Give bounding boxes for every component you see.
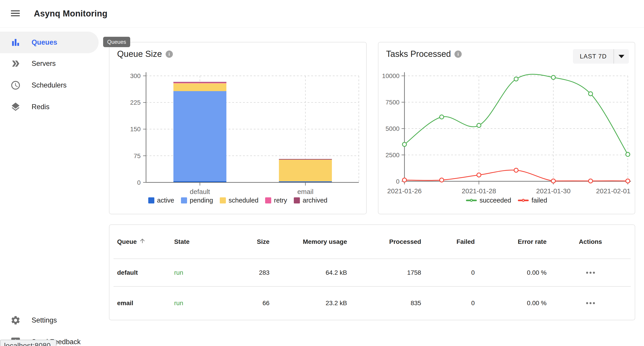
state-cell: run bbox=[170, 259, 244, 287]
queue-name-cell[interactable]: email bbox=[114, 287, 170, 319]
tasks-processed-card: Tasks Processed i LAST 7D 02500500075001… bbox=[378, 42, 635, 214]
size-header: Size bbox=[244, 225, 273, 259]
archived-swatch bbox=[294, 197, 300, 203]
bar-chart-icon bbox=[10, 37, 21, 48]
time-range-dropdown[interactable] bbox=[614, 55, 629, 58]
error-rate-header: Error rate bbox=[478, 225, 550, 259]
sidebar-item-settings[interactable]: Settings bbox=[0, 310, 98, 331]
svg-text:10000: 10000 bbox=[382, 72, 400, 79]
gear-icon bbox=[10, 315, 21, 326]
svg-text:0: 0 bbox=[137, 179, 141, 186]
pending-swatch bbox=[181, 197, 187, 203]
svg-text:email: email bbox=[298, 188, 314, 195]
svg-text:2021-01-30: 2021-01-30 bbox=[536, 187, 571, 195]
hamburger-menu-icon bbox=[10, 7, 21, 20]
svg-text:0: 0 bbox=[396, 178, 400, 185]
more-horiz-icon bbox=[586, 302, 596, 305]
queues-table: Queue State Size Memory usage Processed … bbox=[114, 225, 631, 319]
failed-swatch bbox=[518, 200, 529, 201]
row-actions-button[interactable] bbox=[584, 269, 597, 277]
sidebar-item-label: Servers bbox=[32, 59, 56, 68]
more-horiz-icon bbox=[586, 272, 596, 275]
retry-swatch bbox=[265, 197, 271, 203]
svg-text:225: 225 bbox=[130, 99, 140, 106]
error-rate-cell: 0.00 % bbox=[478, 287, 550, 319]
sidebar-item-label: Settings bbox=[32, 316, 57, 324]
info-icon[interactable]: i bbox=[166, 50, 173, 58]
sidebar-item-queues[interactable]: Queues bbox=[0, 31, 98, 53]
tasks-processed-chart: 0250050007500100002021-01-262021-01-2820… bbox=[378, 42, 635, 214]
sidebar-item-label: Schedulers bbox=[32, 81, 66, 89]
queue-size-card: Queue Size i 075150225300defaultemail ac… bbox=[109, 42, 367, 214]
state-header: State bbox=[170, 225, 244, 259]
tasks-processed-legend: succeeded failed bbox=[378, 195, 635, 206]
sidebar-item-label: Queues bbox=[32, 38, 57, 46]
svg-text:2021-01-26: 2021-01-26 bbox=[387, 187, 422, 195]
active-swatch bbox=[148, 197, 154, 203]
processed-cell: 1758 bbox=[351, 259, 425, 287]
failed-cell: 0 bbox=[425, 287, 478, 319]
failed-header: Failed bbox=[425, 225, 478, 259]
table-header-row: Queue State Size Memory usage Processed … bbox=[114, 225, 631, 259]
state-cell: run bbox=[170, 287, 244, 319]
memory-cell: 64.2 kB bbox=[273, 259, 351, 287]
status-url-bubble: localhost:8080 bbox=[0, 340, 56, 346]
svg-text:default: default bbox=[190, 188, 210, 195]
sidebar-item-servers[interactable]: Servers bbox=[0, 53, 98, 74]
legend-item-pending: pending bbox=[181, 197, 213, 204]
layers-icon bbox=[10, 102, 21, 112]
queue-size-chart: 075150225300defaultemail bbox=[110, 42, 366, 214]
app-root: Asynq Monitoring Queues Servers Schedule… bbox=[0, 0, 644, 346]
sort-by-queue-header[interactable]: Queue bbox=[117, 238, 146, 246]
queue-size-title: Queue Size bbox=[117, 49, 162, 59]
clock-icon bbox=[10, 80, 21, 90]
memory-usage-header: Memory usage bbox=[273, 225, 351, 259]
svg-text:5000: 5000 bbox=[386, 125, 400, 132]
time-range-label: LAST 7D bbox=[573, 53, 614, 60]
size-cell: 283 bbox=[244, 259, 273, 287]
memory-cell: 23.2 kB bbox=[273, 287, 351, 319]
time-range-button[interactable]: LAST 7D bbox=[573, 49, 629, 64]
error-rate-cell: 0.00 % bbox=[478, 259, 550, 287]
sidebar-item-label: Redis bbox=[32, 103, 50, 111]
queues-table-card: Queue State Size Memory usage Processed … bbox=[109, 224, 635, 320]
app-title: Asynq Monitoring bbox=[34, 9, 108, 18]
legend-item-retry: retry bbox=[265, 197, 287, 204]
svg-text:2021-02-01: 2021-02-01 bbox=[596, 187, 631, 195]
sidebar-item-redis[interactable]: Redis bbox=[0, 96, 98, 118]
legend-item-scheduled: scheduled bbox=[220, 197, 258, 204]
scheduled-swatch bbox=[220, 197, 226, 203]
svg-text:2021-01-28: 2021-01-28 bbox=[462, 187, 496, 195]
top-bar: Asynq Monitoring bbox=[0, 0, 644, 27]
sidebar: Queues Servers Schedulers Redis Settings bbox=[0, 27, 98, 346]
legend-item-active: active bbox=[148, 197, 174, 204]
info-icon[interactable]: i bbox=[454, 50, 462, 58]
actions-header: Actions bbox=[550, 225, 631, 259]
queue-name-cell[interactable]: default bbox=[114, 259, 170, 287]
tasks-processed-title: Tasks Processed bbox=[386, 49, 451, 59]
table-row: default run 283 64.2 kB 1758 0 0.00 % bbox=[114, 259, 631, 287]
queue-size-legend: active pending scheduled retry archived bbox=[110, 195, 366, 206]
processed-header: Processed bbox=[351, 225, 425, 259]
table-row: email run 66 23.2 kB 835 0 0.00 % bbox=[114, 287, 631, 319]
svg-text:150: 150 bbox=[130, 126, 140, 133]
svg-text:2500: 2500 bbox=[386, 152, 400, 159]
row-actions-button[interactable] bbox=[584, 300, 597, 307]
processed-cell: 835 bbox=[351, 287, 425, 319]
nav-tooltip: Queues bbox=[103, 37, 130, 47]
sidebar-item-schedulers[interactable]: Schedulers bbox=[0, 74, 98, 96]
svg-text:300: 300 bbox=[130, 72, 140, 79]
succeeded-swatch bbox=[466, 200, 477, 201]
legend-item-failed: failed bbox=[518, 197, 547, 204]
size-cell: 66 bbox=[244, 287, 273, 319]
legend-item-archived: archived bbox=[294, 197, 328, 204]
failed-cell: 0 bbox=[425, 259, 478, 287]
chevron-down-icon bbox=[618, 55, 624, 58]
legend-item-succeeded: succeeded bbox=[466, 197, 511, 204]
hamburger-menu-button[interactable] bbox=[6, 5, 24, 23]
svg-text:7500: 7500 bbox=[386, 99, 400, 106]
svg-text:75: 75 bbox=[134, 152, 140, 159]
double-arrow-icon bbox=[10, 58, 21, 69]
arrow-up-icon bbox=[139, 238, 146, 246]
